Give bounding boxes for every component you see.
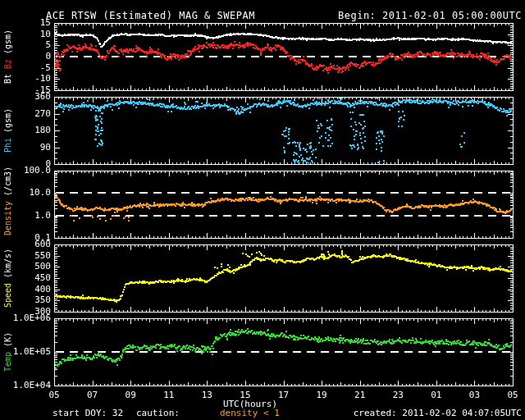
x-tick-label: 19 [311, 390, 332, 400]
ylabel-part: (gsm) [3, 30, 12, 54]
x-tick-label: 07 [82, 390, 103, 400]
created-timestamp: created: 2011-02-02 04:07:05UTC [354, 408, 522, 418]
caution-label: caution: [136, 408, 180, 418]
panel-ylabel: BtBz(gsm) [2, 23, 14, 90]
ylabel-part: Bt [3, 74, 12, 84]
panel-ylabel: Density(/cm3) [2, 171, 14, 238]
x-tick-label: 09 [120, 390, 141, 400]
x-tick-label: 23 [387, 390, 409, 400]
ace-rtsw-plot: ACE RTSW (Estimated) MAG & SWEPAM Begin:… [0, 0, 525, 420]
ylabel-part: Temp [3, 352, 12, 372]
ylabel-part: (/cm3) [3, 167, 12, 196]
panel-ylabel: Speed(km/s) [2, 244, 14, 312]
x-tick-label: 03 [463, 390, 485, 400]
start-doy-label: start DOY: 32 [52, 408, 123, 418]
x-tick-label: 01 [426, 390, 447, 400]
x-tick-label: 05 [502, 390, 523, 400]
ylabel-part: Speed [3, 283, 12, 308]
caution-value: density < 1 [220, 408, 280, 418]
ylabel-part: (gsm) [3, 108, 12, 133]
x-tick-label: 17 [273, 390, 294, 400]
begin-timestamp: Begin: 2011-02-01 05:00:00UTC [338, 10, 522, 21]
page-title: ACE RTSW (Estimated) MAG & SWEPAM [46, 10, 255, 21]
x-tick-label: 13 [196, 390, 217, 400]
x-tick-label: 05 [43, 390, 65, 400]
ylabel-part: (km/s) [3, 249, 12, 278]
x-tick-label: 15 [235, 390, 256, 400]
ylabel-part: (K) [3, 332, 12, 347]
x-tick-label: 21 [349, 390, 371, 400]
ylabel-part: Phi [3, 138, 12, 153]
x-tick-label: 11 [158, 390, 180, 400]
panel-ylabel: Temp(K) [2, 318, 14, 386]
ylabel-part: Density [3, 201, 12, 235]
panel-ylabel: Phi(gsm) [2, 97, 14, 164]
plot-canvas [0, 0, 525, 420]
ylabel-part: Bz [3, 59, 12, 69]
